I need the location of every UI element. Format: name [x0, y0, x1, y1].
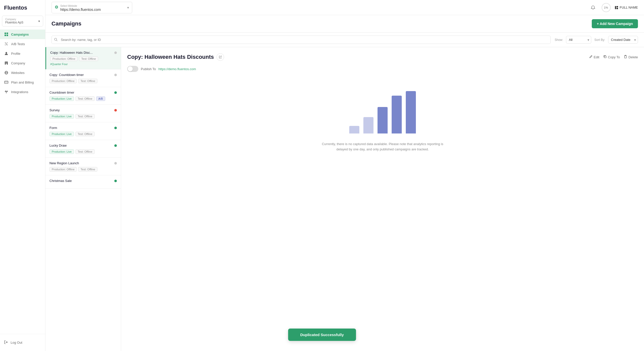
- campaign-item-header: New Region Launch: [49, 161, 117, 165]
- edit-button[interactable]: Edit: [589, 55, 599, 59]
- campaign-list-item[interactable]: Survey Production: LiveTest: Offline: [45, 105, 121, 122]
- svg-rect-18: [616, 6, 618, 7]
- campaign-item-header: Christmas Sale: [49, 179, 117, 183]
- campaign-tags: Production: LiveTest: Offline: [49, 149, 117, 154]
- campaign-item-name: Survey: [49, 108, 114, 112]
- content-area: Copy: Halloween Hats Disc... Production:…: [45, 47, 644, 351]
- campaign-item-name: Countdown timer: [49, 91, 114, 94]
- add-campaign-label: + Add New Campaign: [597, 22, 633, 26]
- sidebar-item-label: Campaigns: [11, 33, 29, 36]
- status-dot: [114, 74, 117, 76]
- company-selector[interactable]: Company Fluentos ApS ▾: [2, 16, 43, 26]
- search-input[interactable]: [51, 36, 551, 44]
- sidebar-item-company[interactable]: Company: [0, 58, 45, 68]
- svg-point-20: [55, 38, 57, 40]
- search-icon: [54, 38, 58, 42]
- edit-label: Edit: [594, 55, 599, 59]
- notifications-button[interactable]: [588, 3, 598, 12]
- external-link-button[interactable]: [217, 53, 224, 61]
- logo: Fluentos: [0, 0, 45, 16]
- sort-filter-select[interactable]: Created Date: [608, 36, 638, 44]
- campaign-item-name: Copy: Countdown timer: [49, 73, 114, 77]
- publish-toggle[interactable]: [127, 66, 138, 72]
- campaign-tag: Production: Offline: [49, 79, 77, 83]
- status-dot: [114, 91, 117, 94]
- svg-rect-19: [616, 8, 618, 9]
- sidebar-item-billing[interactable]: Plan and Billing: [0, 77, 45, 87]
- sidebar: Fluentos Company Fluentos ApS ▾ Campaign…: [0, 0, 45, 351]
- show-filter-label: Show:: [555, 38, 563, 42]
- chart-bar: [392, 96, 402, 133]
- campaign-tag: Production: Live: [49, 96, 74, 101]
- campaign-tags: Production: LiveTest: Offline: [49, 114, 117, 119]
- avatar[interactable]: 1%: [602, 3, 611, 12]
- campaign-item-name: Copy: Halloween Hats Disc...: [50, 51, 114, 55]
- toast-message: Duplicated Successfully: [300, 333, 344, 337]
- add-campaign-button[interactable]: + Add New Campaign: [592, 19, 638, 28]
- logout-label: Log Out: [11, 341, 22, 344]
- campaign-list-item[interactable]: Countdown timer Production: LiveTest: Of…: [45, 87, 121, 105]
- svg-rect-22: [604, 56, 606, 58]
- campaign-tag: Test: Offline: [75, 96, 95, 101]
- chart-bar: [406, 91, 416, 133]
- show-filter-wrap: All ▾: [566, 36, 591, 44]
- status-dot: [114, 109, 117, 112]
- sidebar-item-integrations[interactable]: Integrations: [0, 87, 45, 97]
- user-icon: [4, 51, 9, 56]
- user-menu-button[interactable]: FULL NAME: [615, 6, 638, 9]
- logout-button[interactable]: Log Out: [4, 338, 41, 347]
- chart-bars: [349, 88, 416, 133]
- svg-rect-2: [5, 35, 6, 36]
- sidebar-item-campaigns[interactable]: Campaigns: [0, 30, 45, 39]
- globe-icon: [4, 70, 9, 75]
- search-filter-bar: Show: All ▾ Sort By: Created Date ▾: [45, 33, 644, 47]
- toast-notification: Duplicated Successfully: [288, 329, 356, 341]
- campaign-item-header: Survey: [49, 108, 117, 112]
- sort-filter-wrap: Created Date ▾: [608, 36, 638, 44]
- detail-title: Copy: Halloween Hats Discounts: [127, 54, 214, 60]
- status-dot: [114, 144, 117, 147]
- campaign-item-header: Countdown timer: [49, 91, 117, 94]
- page-title: Campaigns: [51, 20, 82, 27]
- campaign-list-item[interactable]: Form Production: LiveTest: Offline: [45, 122, 121, 140]
- chart-bar: [363, 117, 373, 133]
- user-name: FULL NAME: [620, 6, 638, 9]
- copy-to-button[interactable]: Copy To: [603, 55, 620, 59]
- campaign-list-item[interactable]: New Region Launch Production: OfflineTes…: [45, 158, 121, 175]
- status-dot: [114, 162, 117, 165]
- sidebar-item-label: Integrations: [11, 90, 28, 94]
- campaign-item-name: Form: [49, 126, 114, 130]
- campaign-item-header: Copy: Halloween Hats Disc...: [50, 51, 117, 55]
- delete-button[interactable]: Delete: [624, 55, 638, 59]
- campaign-list-item[interactable]: Lucky Draw Production: LiveTest: Offline: [45, 140, 121, 158]
- svg-point-4: [6, 52, 7, 53]
- publish-url[interactable]: https://demo.fluentos.com: [158, 67, 196, 71]
- svg-rect-7: [7, 63, 7, 63]
- topbar: Select Website https://demo.fluentos.com…: [45, 0, 644, 15]
- show-filter-select[interactable]: All: [566, 36, 591, 44]
- detail-header: Copy: Halloween Hats Discounts Edit: [127, 53, 638, 61]
- sidebar-item-websites[interactable]: Websites: [0, 68, 45, 77]
- chart-empty-text: Currently, there is no captured data ava…: [317, 142, 448, 152]
- sidebar-item-profile[interactable]: Profile: [0, 49, 45, 58]
- svg-rect-6: [6, 63, 6, 63]
- campaign-tag: Production: Offline: [49, 167, 77, 172]
- campaign-list-item[interactable]: Copy: Countdown timer Production: Offlin…: [45, 69, 121, 87]
- campaign-tag: Test: Offline: [78, 167, 97, 172]
- svg-line-21: [57, 40, 58, 41]
- svg-rect-0: [5, 33, 6, 34]
- campaign-item-header: Lucky Draw: [49, 144, 117, 147]
- publish-label: Publish To: [141, 67, 156, 71]
- website-url: https://demo.fluentos.com: [60, 8, 101, 12]
- svg-rect-3: [7, 35, 8, 36]
- toggle-knob: [128, 66, 133, 71]
- campaign-list-item[interactable]: Christmas Sale: [45, 175, 121, 188]
- campaign-tags: Production: OfflineTest: Offline: [49, 79, 117, 83]
- campaign-tag: Production: Live: [49, 114, 74, 119]
- sidebar-item-ab[interactable]: A/B Tests: [0, 39, 45, 49]
- campaign-list: Copy: Halloween Hats Disc... Production:…: [45, 47, 121, 351]
- campaign-list-item[interactable]: Copy: Halloween Hats Disc... Production:…: [45, 47, 121, 69]
- campaign-hashtag: #Quarter Four: [50, 63, 117, 66]
- campaign-item-header: Copy: Countdown timer: [49, 73, 117, 77]
- website-selector[interactable]: Select Website https://demo.fluentos.com…: [51, 2, 132, 13]
